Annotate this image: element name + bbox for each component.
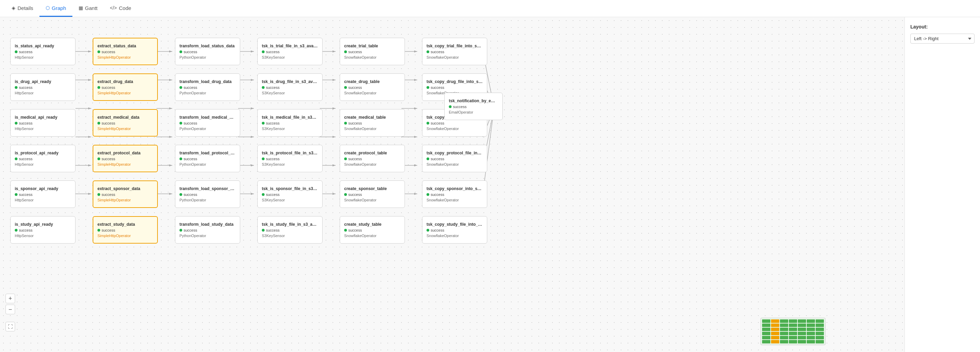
minimap	[760, 318, 826, 345]
status-dot	[97, 193, 100, 196]
node-status: success	[426, 121, 483, 125]
node-tsk_copy_sponsor_into_sno[interactable]: tsk_copy_sponsor_into_sno...successSnowf…	[422, 180, 487, 208]
node-create_protocol_table[interactable]: create_protocol_tablesuccessSnowflakeOpe…	[340, 145, 405, 172]
node-tsk_copy_protocol_file_into[interactable]: tsk_copy_protocol_file_into...successSno…	[422, 145, 487, 172]
graph-canvas[interactable]: is_status_api_readysuccessHttpSensorextr…	[0, 17, 905, 352]
node-transform_load_medical_data[interactable]: transform_load_medical_datasuccessPython…	[175, 109, 240, 137]
node-operator: HttpSensor	[15, 162, 71, 166]
zoom-out-button[interactable]: −	[5, 305, 15, 314]
zoom-in-button[interactable]: +	[5, 294, 15, 303]
layout-select[interactable]: Left -> RightTop -> Bottom	[910, 33, 975, 43]
tab-code[interactable]: </> Code	[103, 0, 137, 17]
node-extract_protocol_data[interactable]: extract_protocol_datasuccessSimpleHttpOp…	[93, 145, 158, 172]
node-transform_load_sponsor_data[interactable]: transform_load_sponsor_datasuccessPython…	[175, 180, 240, 208]
status-dot	[180, 193, 182, 196]
status-dot	[426, 158, 429, 160]
node-name: transform_load_protocol_data	[180, 151, 236, 155]
status-dot	[344, 122, 347, 124]
node-transform_load_study_data[interactable]: transform_load_study_datasuccessPythonOp…	[175, 216, 240, 244]
node-extract_sponsor_data[interactable]: extract_sponsor_datasuccessSimpleHttpOpe…	[93, 180, 158, 208]
status-dot	[180, 122, 182, 124]
tab-gantt[interactable]: ▦ Gantt	[72, 0, 104, 17]
node-create_medical_table[interactable]: create_medical_tablesuccessSnowflakeOper…	[340, 109, 405, 137]
node-is_study_api_ready[interactable]: is_study_api_readysuccessHttpSensor	[10, 216, 75, 244]
status-dot	[262, 51, 264, 53]
node-is_medical_api_ready[interactable]: is_medical_api_readysuccessHttpSensor	[10, 109, 75, 137]
node-operator: S3KeySensor	[262, 55, 318, 59]
node-status: success	[344, 228, 401, 232]
node-extract_status_data[interactable]: extract_status_datasuccessSimpleHttpOper…	[93, 38, 158, 65]
mini-block	[816, 332, 824, 335]
node-transform_load_drug_data[interactable]: transform_load_drug_datasuccessPythonOpe…	[175, 73, 240, 101]
fullscreen-button[interactable]: ⛶	[5, 322, 15, 331]
node-operator: SnowflakeOperator	[344, 55, 401, 59]
node-tsk_notification_by_email[interactable]: tsk_notification_by_email success EmailO…	[444, 92, 503, 120]
status-dot	[344, 193, 347, 196]
node-status: success	[426, 50, 483, 54]
status-dot	[262, 86, 264, 89]
node-tsk_copy_trial_file_into_sno[interactable]: tsk_copy_trial_file_into_sno...successSn…	[422, 38, 487, 65]
node-status: success	[180, 85, 236, 89]
mini-block	[807, 323, 815, 327]
minimap-inner	[761, 318, 825, 345]
node-create_drug_table[interactable]: create_drug_tablesuccessSnowflakeOperato…	[340, 73, 405, 101]
node-operator: HttpSensor	[15, 234, 71, 238]
node-create_trial_table[interactable]: create_trial_tablesuccessSnowflakeOperat…	[340, 38, 405, 65]
node-transform_load_protocol_data[interactable]: transform_load_protocol_datasuccessPytho…	[175, 145, 240, 172]
node-status: success	[426, 157, 483, 161]
mini-block	[762, 340, 770, 343]
node-status: success	[97, 85, 153, 89]
node-name: extract_status_data	[97, 43, 153, 48]
node-create_sponsor_table[interactable]: create_sponsor_tablesuccessSnowflakeOper…	[340, 180, 405, 208]
node-transform_load_status_data[interactable]: transform_load_status_datasuccessPythonO…	[175, 38, 240, 65]
tab-details[interactable]: ◈ Details	[5, 0, 40, 17]
node-operator: SimpleHttpOperator	[97, 127, 153, 131]
mini-block	[771, 332, 779, 335]
node-operator: HttpSensor	[15, 198, 71, 202]
node-operator: PythonOperator	[180, 198, 236, 202]
node-is_sponsor_api_ready[interactable]: is_sponsor_api_readysuccessHttpSensor	[10, 180, 75, 208]
node-operator: S3KeySensor	[262, 162, 318, 166]
node-name: tsk_is_study_file_in_s3_avai...	[262, 222, 318, 227]
node-is_drug_api_ready[interactable]: is_drug_api_readysuccessHttpSensor	[10, 73, 75, 101]
node-tsk_is_drug_file_in_s3_avail[interactable]: tsk_is_drug_file_in_s3_avail...successS3…	[257, 73, 323, 101]
node-tsk_is_study_file_in_s3_avai[interactable]: tsk_is_study_file_in_s3_avai...successS3…	[257, 216, 323, 244]
node-tsk_copy_study_file_into_s[interactable]: tsk_copy_study_file_into_s...successSnow…	[422, 216, 487, 244]
node-extract_drug_data[interactable]: extract_drug_datasuccessSimpleHttpOperat…	[93, 73, 158, 101]
node-extract_study_data[interactable]: extract_study_datasuccessSimpleHttpOpera…	[93, 216, 158, 244]
node-status: success	[97, 228, 153, 232]
mini-block	[816, 336, 824, 339]
status-dot	[15, 193, 18, 196]
node-extract_medical_data[interactable]: extract_medical_datasuccessSimpleHttpOpe…	[93, 109, 158, 137]
node-operator: PythonOperator	[180, 127, 236, 131]
layout-label: Layout:	[910, 24, 975, 30]
node-operator: SimpleHttpOperator	[97, 162, 153, 166]
mini-block	[789, 332, 797, 335]
node-tsk_is_medical_file_in_s3_a[interactable]: tsk_is_medical_file_in_s3_a...successS3K…	[257, 109, 323, 137]
mini-block	[771, 336, 779, 339]
status-dot	[15, 229, 18, 232]
status-dot	[97, 229, 100, 232]
mini-block	[798, 332, 806, 335]
node-tsk_is_trial_file_in_s3_avail[interactable]: tsk_is_trial_file_in_s3_avail...successS…	[257, 38, 323, 65]
tab-graph[interactable]: ⬡ Graph	[40, 0, 72, 17]
status-dot	[426, 229, 429, 232]
status-dot	[15, 158, 18, 160]
node-is_status_api_ready[interactable]: is_status_api_readysuccessHttpSensor	[10, 38, 75, 65]
status-dot	[97, 122, 100, 124]
status-dot	[180, 158, 182, 160]
code-icon: </>	[110, 5, 117, 11]
node-name: transform_load_drug_data	[180, 79, 236, 84]
node-status: success	[180, 193, 236, 197]
node-create_study_table[interactable]: create_study_tablesuccessSnowflakeOperat…	[340, 216, 405, 244]
node-status: success	[426, 193, 483, 197]
mini-block	[798, 319, 806, 323]
node-status: success	[262, 50, 318, 54]
node-is_protocol_api_ready[interactable]: is_protocol_api_readysuccessHttpSensor	[10, 145, 75, 172]
mini-block	[807, 336, 815, 339]
node-tsk_is_sponsor_file_in_s3_a[interactable]: tsk_is_sponsor_file_in_s3_a...successS3K…	[257, 180, 323, 208]
node-name: extract_sponsor_data	[97, 186, 153, 191]
status-dot	[97, 51, 100, 53]
node-tsk_is_protocol_file_in_s3_a[interactable]: tsk_is_protocol_file_in_s3_a...successS3…	[257, 145, 323, 172]
node-name: extract_medical_data	[97, 115, 153, 120]
